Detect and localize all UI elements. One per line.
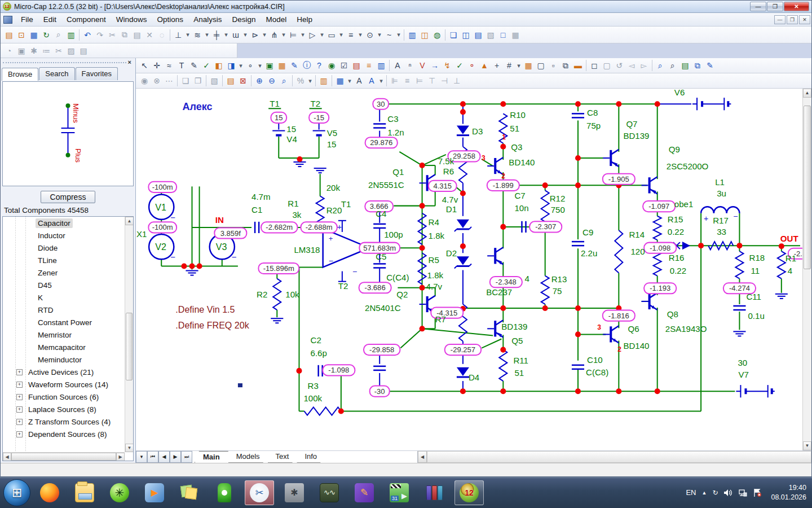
- dropdown-arrow-icon[interactable]: ▾: [184, 29, 191, 41]
- menu-options[interactable]: Options: [152, 14, 189, 25]
- menu-analysis[interactable]: Analysis: [188, 14, 227, 25]
- crosshair-icon[interactable]: +: [491, 59, 503, 72]
- tree-item-capacitor[interactable]: Capacitor: [3, 217, 125, 229]
- scroll-down-icon[interactable]: ▼: [803, 441, 811, 450]
- layer1-icon[interactable]: ❏: [179, 75, 192, 87]
- zoom-100-icon[interactable]: ⌕: [278, 75, 290, 87]
- dropdown-arrow-icon[interactable]: ▾: [319, 29, 325, 41]
- wire[interactable]: [469, 227, 471, 229]
- align-bottom-icon[interactable]: ⊥: [451, 75, 463, 87]
- battery-icon[interactable]: ≡: [345, 29, 357, 41]
- ink-icon[interactable]: ✎: [288, 59, 301, 72]
- doc-arrow-icon[interactable]: ▥: [375, 59, 387, 72]
- wire[interactable]: [611, 150, 619, 155]
- menu-design[interactable]: Design: [227, 14, 261, 25]
- menu-component[interactable]: Component: [61, 14, 111, 25]
- breakpoint-icon[interactable]: ✂: [52, 45, 65, 57]
- transistor-symbol[interactable]: [648, 177, 651, 193]
- web-icon[interactable]: ◍: [431, 29, 443, 41]
- resistor-symbol[interactable]: [304, 407, 341, 415]
- menu-model[interactable]: Model: [261, 14, 292, 25]
- resistor-symbol[interactable]: [273, 279, 281, 310]
- menu-file[interactable]: File: [16, 14, 38, 25]
- sidebar-tab-browse[interactable]: Browse: [2, 68, 38, 81]
- select-mode-icon[interactable]: ↖: [138, 59, 151, 72]
- minimize-button[interactable]: —: [750, 2, 766, 11]
- diode-symbol[interactable]: [457, 220, 469, 228]
- current-icon[interactable]: →: [429, 59, 441, 72]
- redo-icon[interactable]: ↷: [94, 29, 106, 41]
- zoom-in-icon[interactable]: ⊕: [253, 75, 266, 87]
- taskbar-waveform-editor-icon[interactable]: ∿∿: [315, 480, 344, 505]
- delete-icon[interactable]: ✕: [143, 29, 156, 41]
- expand-icon[interactable]: +: [16, 369, 23, 375]
- align-center-icon[interactable]: ≡: [401, 75, 413, 87]
- resistor-symbol[interactable]: [654, 216, 661, 240]
- tree-item-laplace-sources-8-[interactable]: +Laplace Sources (8): [3, 403, 125, 415]
- zoom-out-icon[interactable]: ⊖: [266, 75, 278, 87]
- add-page-icon[interactable]: ▤: [224, 75, 237, 87]
- flag-mode-icon[interactable]: ✓: [200, 59, 213, 72]
- canvas-vertical-scrollbar[interactable]: ▲ ▼: [802, 89, 811, 450]
- scroll-right-icon[interactable]: ▶: [116, 453, 125, 461]
- print-preview-icon[interactable]: ⌕: [52, 29, 65, 41]
- transistor-symbol[interactable]: [426, 175, 429, 191]
- wire[interactable]: [611, 326, 619, 331]
- update-tray-icon[interactable]: ↻: [712, 489, 718, 497]
- dropdown-arrow-icon[interactable]: ▾: [515, 59, 522, 72]
- taskbar-winrar-icon[interactable]: [420, 480, 449, 505]
- cascade-icon[interactable]: ❏: [447, 29, 460, 41]
- transistor-symbol[interactable]: [494, 248, 496, 264]
- tree-item-memristor[interactable]: Memristor: [3, 329, 125, 341]
- border-icon[interactable]: ≡: [363, 59, 375, 72]
- panel-close-icon[interactable]: ×: [126, 59, 133, 65]
- resistor-symbol[interactable]: [418, 253, 426, 284]
- mdi-close-button[interactable]: ✕: [799, 15, 810, 24]
- resistor-symbol[interactable]: [778, 251, 785, 278]
- save-icon[interactable]: ▦: [28, 29, 40, 41]
- wire-mode-icon[interactable]: ≈: [163, 59, 175, 72]
- taskbar-spider-player-icon[interactable]: ✳: [105, 480, 134, 505]
- diode-symbol[interactable]: [457, 367, 469, 376]
- resistor-symbol[interactable]: [499, 350, 507, 381]
- edit-doc-icon[interactable]: ✎: [704, 59, 716, 72]
- tray-expand-icon[interactable]: ▲: [701, 490, 707, 496]
- expand-icon[interactable]: +: [16, 394, 23, 400]
- canvas-horizontal-scrollbar[interactable]: ◀: [418, 451, 811, 463]
- compress-button[interactable]: Compress: [41, 191, 96, 203]
- expand-icon[interactable]: +: [16, 431, 23, 437]
- pan-mode-icon[interactable]: ✛: [151, 59, 163, 72]
- tree-item-inductor[interactable]: Inductor: [3, 229, 125, 242]
- last-sheet-icon[interactable]: ⏭: [181, 451, 192, 463]
- panel-toggle-icon[interactable]: ▥: [406, 29, 418, 41]
- graphics-mode-icon[interactable]: ✎: [188, 59, 200, 72]
- text-mode-icon[interactable]: T: [175, 59, 188, 72]
- expand-icon[interactable]: +: [16, 382, 23, 388]
- dropdown-arrow-icon[interactable]: ▾: [257, 59, 263, 72]
- volume-icon[interactable]: [723, 488, 732, 497]
- picture-icon[interactable]: ▣: [263, 59, 276, 72]
- tree-item-function-sources-6-[interactable]: +Function Sources (6): [3, 391, 125, 403]
- folder-go-icon[interactable]: ▧: [208, 75, 220, 87]
- tree-item-d45[interactable]: D45: [3, 279, 125, 291]
- mirror-icon[interactable]: ◅: [625, 59, 638, 72]
- taskbar-faststone-icon[interactable]: ✎: [350, 480, 379, 505]
- sheet-list-icon[interactable]: ▾: [136, 451, 147, 463]
- scroll-up-icon[interactable]: ▲: [125, 217, 134, 225]
- revert-icon[interactable]: ↻: [40, 29, 52, 41]
- action-center-flag-icon[interactable]: [753, 488, 762, 497]
- dropdown-arrow-icon[interactable]: ▾: [242, 29, 249, 41]
- arrange-icon[interactable]: ▧: [484, 29, 497, 41]
- taskbar-firefox-icon[interactable]: [35, 480, 64, 505]
- sidebar-tab-favorites[interactable]: Favorites: [76, 67, 118, 80]
- page-small-icon[interactable]: ▫: [547, 59, 559, 72]
- wire[interactable]: [469, 264, 471, 266]
- tree-vertical-scrollbar[interactable]: ▲ ▼: [125, 217, 133, 452]
- align-left-icon[interactable]: ⊫: [389, 75, 401, 87]
- clock[interactable]: 19:40 08.01.2026: [767, 483, 806, 502]
- canvas-hscroll-track[interactable]: [427, 451, 811, 463]
- tree-item-z-transform-sources-4-[interactable]: +Z Transform Sources (4): [3, 415, 125, 428]
- dropdown-arrow-icon[interactable]: ▾: [357, 29, 364, 41]
- taskbar-snipping-tool-icon[interactable]: ✂: [245, 480, 274, 505]
- sheet-tab-main[interactable]: Main: [195, 451, 228, 463]
